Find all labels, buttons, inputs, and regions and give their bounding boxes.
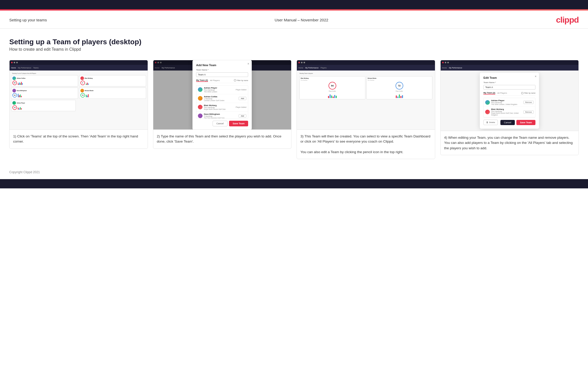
bar-18 bbox=[20, 107, 21, 110]
remove-btn-blair[interactable]: Remove bbox=[523, 110, 534, 114]
footer: Copyright Clippd 2021 bbox=[0, 165, 588, 179]
bar-11 bbox=[20, 94, 21, 97]
player-item-adrian-p: Adrian Player Plus Handicap The Shire Lo… bbox=[196, 85, 248, 94]
bar-17 bbox=[19, 108, 20, 110]
player-detail-3b: Royal North Devon Golf Club bbox=[204, 108, 234, 110]
dash-bars-blair bbox=[301, 92, 364, 98]
delete-button[interactable]: 🗑 Delete bbox=[483, 120, 498, 125]
score-84: 84 bbox=[12, 81, 17, 85]
filter-by-name-2: Filter by name bbox=[234, 79, 248, 81]
tab-my-team-2[interactable]: My Team (2) bbox=[196, 79, 208, 82]
save-team-button-4[interactable]: Save Team bbox=[516, 120, 535, 125]
avatar-blair-list bbox=[198, 105, 203, 109]
add-btn-adrian-c[interactable]: Add bbox=[239, 97, 246, 100]
dot-gray-1b bbox=[16, 62, 18, 63]
nav-home-3: Home bbox=[298, 67, 303, 69]
player-item-adrian-c: Adrian Coliba 1 Handicap Central London … bbox=[196, 94, 248, 103]
bar-3 bbox=[20, 83, 21, 85]
main-content: Setting up a Team of players (desktop) H… bbox=[0, 29, 588, 159]
avatar-edit-adrian bbox=[485, 100, 490, 105]
edit-tab-all-players[interactable]: All Players bbox=[497, 92, 507, 94]
bar-13 bbox=[86, 95, 87, 97]
player-status-3: Player Added bbox=[236, 106, 247, 108]
edit-player-name-2: Blair McHarg bbox=[491, 108, 522, 110]
avatar-dave-list bbox=[198, 113, 203, 118]
copyright-text: Copyright Clippd 2021 bbox=[9, 170, 40, 174]
player-name-item-1: Adrian Player bbox=[204, 87, 234, 89]
card-1-screenshot: Home My Performance Teams Viewing 5 out … bbox=[10, 60, 148, 130]
trash-icon: 🗑 bbox=[486, 121, 488, 124]
avatar-5 bbox=[12, 101, 16, 105]
bar-8 bbox=[88, 83, 89, 85]
edit-filter-checkbox[interactable] bbox=[521, 92, 523, 94]
filter-label-2: Filter by name bbox=[237, 80, 248, 81]
cancel-button-2[interactable]: Cancel bbox=[213, 121, 228, 126]
card-1: Home My Performance Teams Viewing 5 out … bbox=[9, 60, 148, 149]
dialog-close-2[interactable]: × bbox=[247, 62, 249, 66]
dot-red-4 bbox=[442, 62, 444, 63]
add-btn-dave[interactable]: Add bbox=[239, 114, 246, 118]
dash-detail-blair: Plus Handicap bbox=[301, 80, 364, 81]
header: Setting up your teams User Manual – Nove… bbox=[0, 11, 588, 29]
edit-tab-my-team[interactable]: My Team (2) bbox=[483, 92, 495, 94]
player-item-dave: Dave Billingham 5 Handicap The Dog Nappi… bbox=[196, 112, 248, 119]
player-info-edit-adrian: Adrian Player Plus Handicap The Shire Lo… bbox=[491, 99, 522, 105]
fake-nav-3: Home My Performance Players bbox=[297, 65, 435, 71]
player-card-header-4: Richard Butler bbox=[80, 89, 145, 92]
card-2-desc: 2) Type the name of this Team and then s… bbox=[153, 130, 291, 148]
dashboard-panel-blair: Blair McHarg Plus Handicap 94 Player Qua… bbox=[299, 76, 365, 99]
edit-dialog-close[interactable]: × bbox=[535, 75, 536, 78]
player-card-dave: Dave Billingham 94 bbox=[11, 88, 78, 99]
edit-player-list: Adrian Player Plus Handicap The Shire Lo… bbox=[483, 98, 535, 118]
score-72: 72 bbox=[12, 105, 17, 110]
remove-btn-adrian[interactable]: Remove bbox=[523, 101, 534, 104]
avatar-blair bbox=[80, 76, 84, 80]
player-card-5: Adrian Player 72 bbox=[11, 100, 76, 111]
player-name-blair: Blair McHarg bbox=[85, 77, 93, 79]
dot-gray-3a bbox=[301, 62, 303, 63]
score-94: 94 bbox=[12, 93, 17, 98]
filter-checkbox-2[interactable] bbox=[234, 79, 236, 81]
bars-5 bbox=[18, 106, 22, 110]
score-78: 78 bbox=[80, 93, 85, 98]
dash-detail-richard: Plus Handicap bbox=[368, 80, 431, 81]
fake-nav-1: Home My Performance Teams bbox=[10, 65, 148, 71]
player-info-adrian-c: Adrian Coliba 1 Handicap Central London … bbox=[204, 95, 237, 101]
team-name-input-2[interactable] bbox=[196, 72, 248, 77]
cancel-button-4[interactable]: Cancel bbox=[500, 120, 515, 125]
bar-19 bbox=[21, 108, 22, 110]
player-card-header-1: Adrian Collins bbox=[12, 76, 77, 80]
edit-team-name-input[interactable] bbox=[483, 85, 535, 90]
logo: clippd bbox=[556, 15, 579, 25]
dash-bar-1 bbox=[328, 96, 329, 98]
player-card-header-3: Dave Billingham bbox=[12, 89, 77, 92]
bars-4 bbox=[86, 93, 89, 97]
player-name-5: Adrian Player bbox=[17, 102, 25, 104]
bar-4 bbox=[21, 82, 22, 85]
player-card-header-5: Adrian Player bbox=[12, 101, 74, 105]
header-center-text: User Manual – November 2022 bbox=[275, 18, 328, 22]
avatar-dave bbox=[12, 89, 16, 92]
page-subtitle: How to create and edit Teams in Clippd bbox=[9, 47, 579, 52]
fake-app-bar-4 bbox=[441, 60, 579, 65]
player-name-item-4: Dave Billingham bbox=[204, 113, 237, 115]
player-grid-1: Adrian Collins 84 bbox=[11, 75, 146, 99]
player-info-dave: Dave Billingham 5 Handicap The Dog Nappi… bbox=[204, 113, 237, 119]
avatar-adrian bbox=[12, 76, 16, 80]
edit-team-dialog: Edit Team × Team Name * My Team (2) All … bbox=[480, 73, 539, 129]
card-4-content: Edit Team × Team Name * My Team (2) All … bbox=[441, 71, 579, 131]
edit-player-adrian: Adrian Player Plus Handicap The Shire Lo… bbox=[484, 98, 535, 107]
card-1-desc: 1) Click on 'Teams' at the top of the sc… bbox=[10, 130, 148, 148]
bar-10 bbox=[19, 95, 20, 97]
player-info-blair: Blair McHarg Plus Handicap Royal North D… bbox=[204, 104, 234, 110]
bar-15 bbox=[88, 94, 89, 97]
edit-player-detail-2b: Royal North Devon Golf Club, United King… bbox=[491, 112, 522, 116]
fake-heading-3: Viewing Team A players bbox=[298, 72, 433, 75]
page-title: Setting up a Team of players (desktop) bbox=[9, 38, 579, 46]
nav-teams-1: My Performance bbox=[18, 67, 31, 69]
edit-player-blair: Blair McHarg Plus Handicap Royal North D… bbox=[484, 107, 535, 117]
card-3-desc: 3) This Team will then be created. You c… bbox=[297, 130, 435, 159]
save-team-button-2[interactable]: Save Team bbox=[229, 121, 248, 126]
fake-content-1: Viewing 5 out of 5 players from All Play… bbox=[10, 71, 148, 129]
tab-all-players-2[interactable]: All Players bbox=[210, 79, 220, 82]
